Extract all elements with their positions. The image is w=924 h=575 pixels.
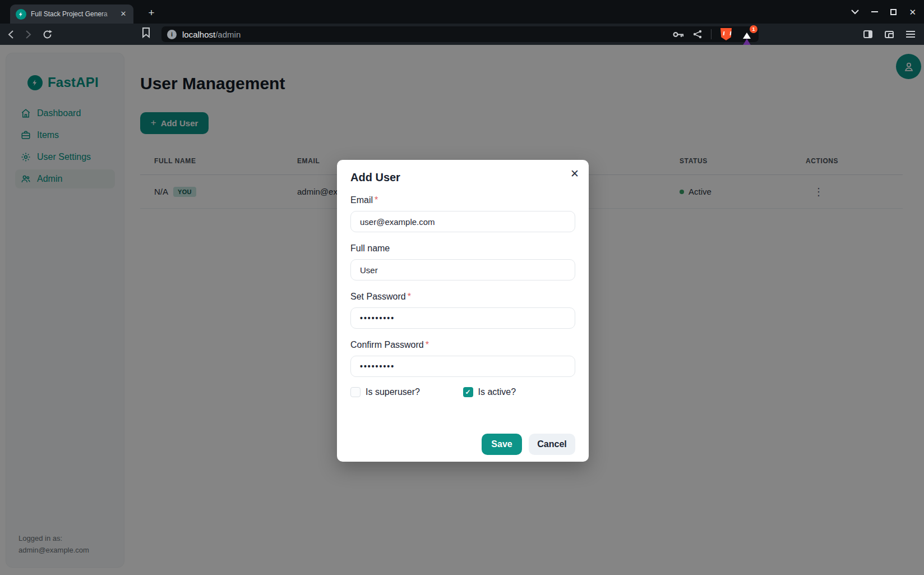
url-host: localhost	[182, 30, 215, 39]
browser-toolbar: i localhost/admin 1	[0, 24, 924, 45]
set-password-field-group: Set Password*	[350, 292, 575, 329]
modal-footer: Save Cancel	[482, 434, 575, 455]
is-superuser-checkbox-group[interactable]: Is superuser?	[350, 387, 463, 397]
forward-button[interactable]	[25, 30, 31, 39]
address-bar[interactable]: i localhost/admin 1	[161, 26, 759, 42]
is-superuser-label: Is superuser?	[366, 387, 420, 397]
new-tab-button[interactable]: +	[144, 6, 159, 20]
rewards-badge: 1	[750, 25, 757, 33]
email-field-group: Email*	[350, 195, 575, 232]
modal-close-icon[interactable]: ✕	[567, 167, 582, 181]
wallet-icon[interactable]	[885, 31, 894, 38]
tab-close-icon[interactable]: ✕	[118, 8, 129, 20]
confirm-password-label: Confirm Password	[350, 340, 424, 349]
confirm-password-field-group: Confirm Password*	[350, 340, 575, 377]
required-marker: *	[426, 340, 429, 349]
page-viewport: FastAPI Dashboard Items User Settings Ad…	[0, 45, 924, 575]
full-name-label: Full name	[350, 243, 390, 253]
set-password-label: Set Password	[350, 292, 406, 301]
sidebar-toggle-icon[interactable]	[863, 30, 872, 38]
window-minimize-button[interactable]	[871, 11, 878, 12]
bookmark-icon[interactable]	[142, 27, 150, 38]
full-name-field-group: Full name	[350, 243, 575, 280]
menu-icon[interactable]	[906, 31, 915, 38]
required-marker: *	[408, 292, 411, 301]
toolbar-divider	[711, 29, 712, 39]
url-path: /admin	[215, 30, 241, 39]
cancel-button[interactable]: Cancel	[529, 434, 575, 455]
window-maximize-button[interactable]	[890, 9, 897, 15]
window-close-button[interactable]: ✕	[909, 8, 916, 16]
is-active-checkbox[interactable]: ✓	[463, 387, 473, 397]
url-text[interactable]: localhost/admin	[182, 30, 673, 39]
password-key-icon[interactable]	[673, 31, 684, 38]
required-marker: *	[375, 195, 378, 205]
checkbox-row: Is superuser? ✓ Is active?	[350, 387, 575, 397]
tab-title-fade	[100, 4, 120, 24]
modal-title: Add User	[350, 171, 575, 184]
confirm-password-field[interactable]	[350, 356, 575, 377]
is-superuser-checkbox[interactable]	[350, 387, 361, 397]
share-icon[interactable]	[693, 30, 702, 39]
is-active-checkbox-group[interactable]: ✓ Is active?	[463, 387, 576, 397]
email-field[interactable]	[350, 211, 575, 232]
back-button[interactable]	[8, 30, 14, 39]
set-password-field[interactable]	[350, 307, 575, 329]
site-info-icon[interactable]: i	[167, 30, 177, 39]
add-user-modal: Add User ✕ Email* Full name Set Password…	[337, 160, 589, 462]
brave-shield-icon[interactable]	[720, 28, 732, 40]
browser-tab[interactable]: Full Stack Project Genera ✕	[10, 4, 133, 24]
browser-titlebar: Full Stack Project Genera ✕ + ✕	[0, 0, 924, 24]
reload-button[interactable]	[43, 30, 52, 39]
brave-rewards-icon[interactable]: 1	[741, 29, 753, 39]
save-button[interactable]: Save	[482, 434, 522, 455]
full-name-field[interactable]	[350, 259, 575, 280]
fastapi-favicon-icon	[16, 9, 26, 20]
email-label: Email	[350, 195, 373, 205]
is-active-label: Is active?	[478, 387, 516, 397]
tab-search-chevron-icon[interactable]	[851, 10, 859, 15]
